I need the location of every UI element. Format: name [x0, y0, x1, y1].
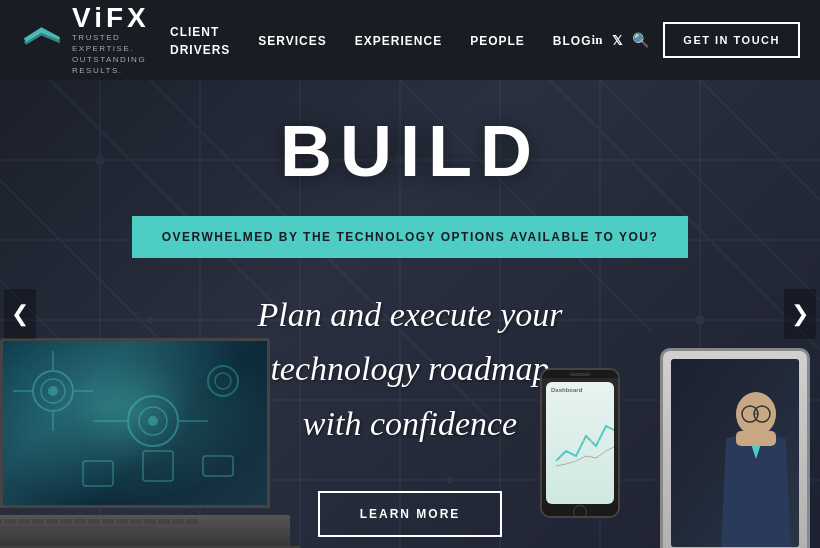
tablet-body — [660, 348, 810, 548]
svg-point-46 — [215, 373, 231, 389]
learn-more-button[interactable]: LEARN MORE — [318, 491, 503, 537]
logo-text: ViFX TRUSTED EXPERTISE. OUTSTANDING RESU… — [72, 4, 170, 77]
tablet-device — [660, 348, 810, 548]
carousel-arrow-left[interactable]: ❮ — [4, 289, 36, 339]
svg-rect-49 — [83, 461, 113, 486]
get-in-touch-button[interactable]: GET IN TOUCH — [663, 22, 800, 58]
nav-menu: CLIENT DRIVERS SERVICES EXPERIENCE PEOPL… — [170, 22, 592, 58]
linkedin-icon[interactable]: in — [592, 32, 603, 48]
tablet-person-image — [671, 359, 799, 547]
tablet-screen — [671, 359, 799, 547]
screen-circuit — [3, 341, 263, 506]
social-icons: in 𝕏 🔍 — [592, 32, 650, 48]
phone-screen: Dashboard — [546, 382, 614, 504]
search-icon[interactable]: 🔍 — [632, 32, 649, 48]
nav-link-people[interactable]: PEOPLE — [470, 34, 525, 48]
nav-item-experience[interactable]: EXPERIENCE — [355, 31, 442, 49]
hero-banner: OVERWHELMED BY THE TECHNOLOGY OPTIONS AV… — [132, 216, 689, 258]
svg-point-52 — [73, 356, 193, 466]
nav-link-services[interactable]: SERVICES — [258, 34, 326, 48]
hero-script-text: Plan and execute your technology roadmap… — [258, 288, 563, 451]
nav-link-experience[interactable]: EXPERIENCE — [355, 34, 442, 48]
hero-title: BUILD — [280, 110, 540, 192]
hero-section: BUILD OVERWHELMED BY THE TECHNOLOGY OPTI… — [0, 80, 820, 548]
svg-rect-51 — [203, 456, 233, 476]
hero-script-line2: technology roadmap — [270, 350, 549, 387]
twitter-icon[interactable]: 𝕏 — [612, 33, 622, 48]
laptop-screen — [0, 338, 270, 508]
nav-item-people[interactable]: PEOPLE — [470, 31, 525, 49]
svg-point-37 — [48, 386, 58, 396]
nav-item-blog[interactable]: BLOG — [553, 31, 592, 49]
nav-item-client-drivers[interactable]: CLIENT DRIVERS — [170, 22, 230, 58]
svg-point-45 — [208, 366, 238, 396]
nav-link-client-drivers[interactable]: CLIENT DRIVERS — [170, 25, 230, 57]
nav-link-blog[interactable]: BLOG — [553, 34, 592, 48]
brand-name: ViFX — [72, 4, 170, 32]
phone-body: Dashboard — [540, 368, 620, 518]
hero-script-line1: Plan and execute your — [258, 296, 563, 333]
logo-icon — [20, 18, 62, 63]
carousel-arrow-right[interactable]: ❯ — [784, 289, 816, 339]
navigation: ViFX TRUSTED EXPERTISE. OUTSTANDING RESU… — [0, 0, 820, 80]
phone-device: Dashboard — [540, 368, 620, 518]
tagline-line2: OUTSTANDING RESULTS. — [72, 54, 170, 76]
hero-script-line3: with confidence — [303, 405, 517, 442]
laptop-screen-content — [3, 341, 267, 505]
logo-area: ViFX TRUSTED EXPERTISE. OUTSTANDING RESU… — [20, 4, 170, 77]
svg-rect-62 — [736, 431, 776, 446]
laptop-device — [0, 338, 300, 548]
tagline-line1: TRUSTED EXPERTISE. — [72, 32, 170, 54]
nav-item-services[interactable]: SERVICES — [258, 31, 326, 49]
hero-banner-text: OVERWHELMED BY THE TECHNOLOGY OPTIONS AV… — [162, 230, 659, 244]
nav-right: in 𝕏 🔍 GET IN TOUCH — [592, 22, 800, 58]
person-svg — [671, 359, 799, 547]
